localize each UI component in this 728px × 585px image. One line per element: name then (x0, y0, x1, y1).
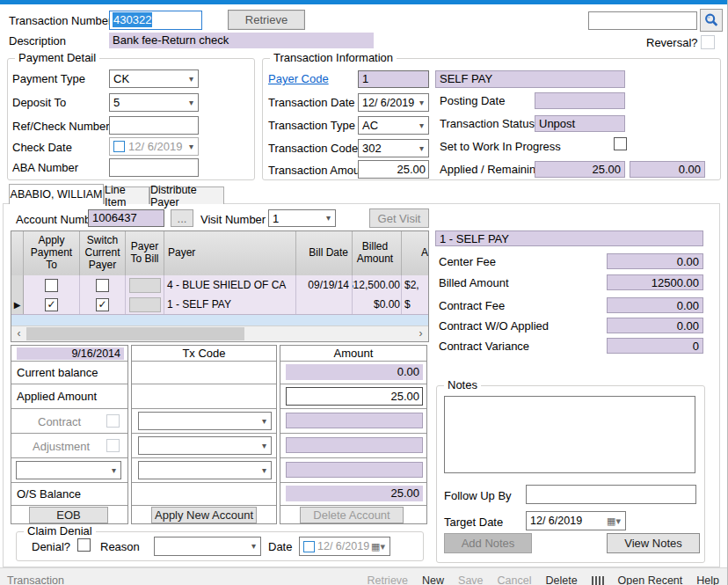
extra-code-select[interactable]: ▾ (16, 461, 121, 479)
apply-new-account-row: Apply New Account (132, 506, 276, 524)
statusbar-cancel[interactable]: Cancel (498, 574, 532, 585)
follow-up-by-label: Follow Up By (444, 489, 512, 502)
chevron-down-icon: ▾ (262, 466, 271, 475)
adjustment-txcode-row: ▾ (132, 434, 276, 458)
eob-button[interactable]: EOB (29, 507, 108, 523)
set-wip-checkbox[interactable] (614, 137, 627, 150)
adjustment-txcode-select[interactable]: ▾ (138, 436, 272, 455)
scrollbar-thumb[interactable] (26, 327, 244, 340)
posting-date-field (535, 92, 625, 109)
notes-textarea[interactable] (444, 396, 695, 473)
statusbar-new[interactable]: New (422, 574, 444, 585)
col-apply-payment-to[interactable]: Apply Payment To (24, 231, 80, 275)
transaction-type-select[interactable]: AC ▾ (358, 116, 429, 135)
col-payer-to-bill[interactable]: Payer To Bill (126, 231, 164, 275)
denial-date-picker[interactable]: 12/ 6/2019 ▦▾ (299, 537, 390, 556)
switch-payer-checkbox[interactable] (96, 279, 109, 292)
partial-cell[interactable]: $2, (402, 275, 428, 295)
set-wip-label: Set to Work In Progress (440, 140, 561, 153)
contract-checkbox[interactable] (106, 414, 120, 428)
contract-amount-field (286, 413, 423, 428)
transaction-date-picker[interactable]: 12/ 6/2019 ▾ (358, 93, 429, 112)
col-bill-date[interactable]: Bill Date (296, 231, 353, 275)
billed-amount-cell[interactable]: $12,500.00 (353, 275, 402, 295)
apply-payment-checkbox[interactable] (45, 279, 58, 292)
ref-check-number-input[interactable] (109, 116, 199, 135)
payer-to-bill-cell[interactable] (126, 275, 164, 295)
extra-txcode-select[interactable]: ▾ (138, 461, 272, 479)
statusbar-help[interactable]: Help (696, 574, 719, 585)
statusbar-retrieve[interactable]: Retrieve (367, 574, 408, 585)
chevron-down-icon: ▾ (189, 75, 198, 84)
col-next-partial[interactable]: A (402, 231, 428, 275)
transaction-status-label: Transaction Status (440, 117, 535, 130)
target-date-picker[interactable]: 12/ 6/2019 ▦▾ (526, 511, 626, 530)
adjustment-checkbox[interactable] (106, 439, 120, 452)
grid-horizontal-scrollbar[interactable]: ‹ › (11, 325, 428, 341)
calendar-icon: ▦▾ (371, 542, 389, 552)
denial-checkbox[interactable] (77, 538, 91, 552)
visit-number-label: Visit Number (200, 213, 266, 226)
payer-row[interactable]: ▶ ✓ ✓ 1 - SELF PAY $0.00 $ (11, 295, 428, 315)
reversal-checkbox[interactable] (701, 35, 715, 49)
statusbar-save[interactable]: Save (458, 574, 484, 585)
denial-date-checkbox[interactable] (303, 541, 315, 552)
search-button[interactable] (700, 9, 723, 32)
follow-up-by-input[interactable] (526, 485, 696, 504)
check-date-checkbox[interactable] (113, 141, 125, 152)
statusbar-open-recent[interactable]: Open Recent (618, 574, 683, 585)
apply-new-account-button[interactable]: Apply New Account (151, 507, 257, 523)
transaction-amount-input[interactable]: 25.00 (358, 160, 429, 179)
payer-to-bill-cell[interactable] (126, 295, 164, 314)
payer-row[interactable]: 4 - BLUE SHIELD OF CA 09/19/14 $12,500.0… (11, 275, 428, 296)
tab-distribute-payer[interactable]: Distribute Payer (149, 186, 224, 204)
col-payer[interactable]: Payer (164, 231, 296, 275)
billed-amount-field: 12500.00 (607, 274, 703, 290)
payer-cell[interactable]: 1 - SELF PAY (164, 295, 296, 314)
statusbar-delete[interactable]: Delete (545, 574, 577, 585)
get-visit-button[interactable]: Get Visit (369, 208, 429, 228)
aba-number-input[interactable] (109, 158, 199, 177)
bill-date-cell[interactable] (296, 295, 353, 314)
switch-payer-cell[interactable] (80, 275, 126, 295)
denial-date-label: Date (268, 540, 292, 553)
applied-amount-input[interactable]: 25.00 (286, 387, 423, 406)
scroll-left-arrow[interactable]: ‹ (11, 326, 26, 340)
adjustment-amount-field (286, 437, 423, 453)
switch-payer-checkbox[interactable]: ✓ (96, 298, 109, 311)
scroll-right-arrow[interactable]: › (413, 326, 428, 340)
payment-type-select[interactable]: CK ▾ (109, 69, 199, 88)
row-selector[interactable] (11, 275, 24, 295)
payer-code-link[interactable]: Payer Code (268, 72, 329, 85)
payer-cell[interactable]: 4 - BLUE SHIELD OF CA (164, 275, 296, 295)
transaction-info-title: Transaction Information (270, 51, 397, 64)
payment-type-label: Payment Type (12, 72, 85, 85)
apply-payment-cell[interactable]: ✓ (24, 295, 80, 314)
check-date-picker[interactable]: 12/ 6/2019 ▾ (109, 137, 199, 156)
switch-payer-cell[interactable]: ✓ (80, 295, 126, 314)
apply-payment-checkbox[interactable]: ✓ (45, 298, 58, 311)
tab-line-item[interactable]: Line Item (104, 186, 149, 204)
denial-reason-select[interactable]: ▾ (154, 537, 261, 556)
center-fee-field: 0.00 (607, 253, 703, 269)
partial-cell[interactable]: $ (402, 295, 428, 314)
billed-amount-cell[interactable]: $0.00 (353, 295, 402, 314)
col-switch-current-payer[interactable]: Switch Current Payer (80, 231, 126, 275)
transaction-number-input[interactable]: 430322 (109, 11, 202, 30)
apply-payment-cell[interactable] (24, 275, 80, 295)
row-selector[interactable]: ▶ (11, 295, 24, 314)
deposit-to-select[interactable]: 5 ▾ (109, 93, 199, 112)
bill-date-cell[interactable]: 09/19/14 (296, 275, 353, 295)
transaction-code-select[interactable]: 302 ▾ (358, 139, 429, 157)
payer-to-bill-box (129, 278, 161, 293)
visit-number-select[interactable]: 1 ▾ (268, 209, 336, 227)
delete-account-button[interactable]: Delete Account (300, 507, 404, 523)
tab-patient[interactable]: ABABIO, WILLIAM (9, 184, 104, 204)
account-lookup-button[interactable]: ... (171, 209, 193, 227)
view-notes-button[interactable]: View Notes (607, 533, 700, 553)
contract-txcode-select[interactable]: ▾ (138, 412, 272, 430)
add-notes-button[interactable]: Add Notes (444, 533, 532, 553)
retrieve-button[interactable]: Retrieve (228, 10, 305, 30)
col-billed-amount[interactable]: Billed Amount (353, 231, 402, 275)
search-input[interactable] (588, 11, 697, 30)
